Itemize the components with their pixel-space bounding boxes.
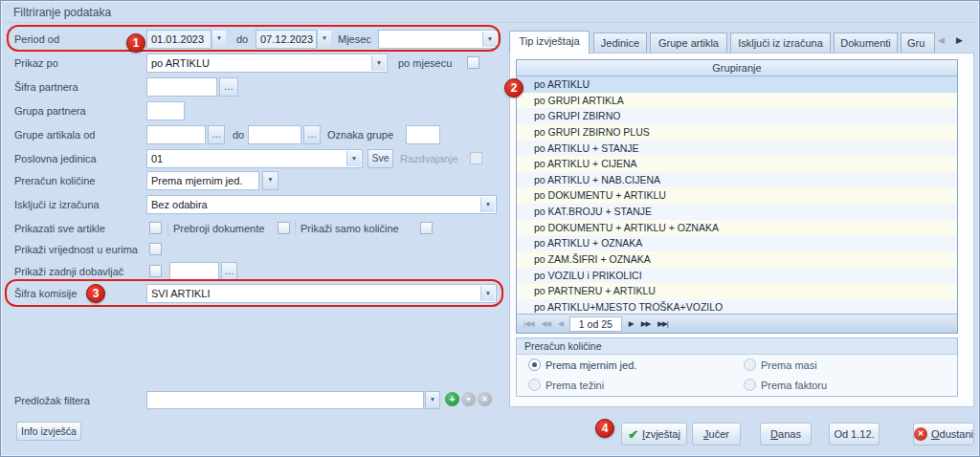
divider	[167, 220, 168, 236]
sifra-partnera-ellipsis-button[interactable]: …	[219, 77, 238, 97]
pager-fastback-icon[interactable]: ◀◀	[537, 319, 554, 328]
sifra-partnera-label: Šifra partnera	[14, 77, 78, 97]
list-item[interactable]: po VOZILU i PRIKOLICI	[517, 268, 957, 284]
predlozak-dropdown-icon[interactable]: ▼	[425, 391, 440, 409]
period-to-dropdown-icon[interactable]: ▼	[317, 31, 331, 48]
radio-prema-mjernim-jed-label: Prema mjernim jed.	[546, 356, 636, 375]
radio-prema-faktoru-label: Prema faktoru	[761, 376, 827, 395]
predlozak-input[interactable]	[146, 391, 424, 409]
razdvajanje-checkbox[interactable]	[470, 152, 482, 164]
annotation-2: 2	[504, 78, 523, 98]
list-item[interactable]: po DOKUMENTU + ARTIKLU + OZNAKA	[517, 220, 957, 236]
radio-prema-tezini[interactable]	[528, 379, 541, 391]
period-from-dropdown-icon[interactable]: ▼	[212, 31, 226, 48]
prikazati-sve-artikle-checkbox[interactable]	[149, 222, 162, 234]
tab-jedinice[interactable]: Jedinice	[593, 33, 647, 53]
prebroji-dokumente-label: Prebroji dokumente	[173, 219, 264, 238]
tab-scroll-right-icon[interactable]: ▶	[956, 35, 963, 45]
prikazi-vrijednost-checkbox[interactable]	[149, 243, 162, 255]
add-template-button[interactable]: +	[445, 392, 459, 406]
pager-next-icon[interactable]: ▶	[625, 319, 637, 328]
tab-iskljuci-iz-izracuna[interactable]: Isključi iz izračuna	[730, 33, 831, 53]
pager-back-icon[interactable]: ◀	[554, 319, 567, 328]
delete-template-button[interactable]: ✕	[478, 392, 492, 406]
grupe-od-input[interactable]	[146, 125, 206, 144]
tab-tip-izvjestaja[interactable]: Tip izvještaja	[509, 31, 590, 54]
danas-button[interactable]: Danas	[760, 423, 812, 446]
prikazi-samo-kolicine-label: Prikaži samo količine	[301, 219, 399, 238]
oznaka-grupe-input[interactable]	[406, 125, 440, 144]
grupe-do-ellipsis-button[interactable]: …	[303, 125, 321, 144]
list-item[interactable]: po GRUPI ZBIRNO	[517, 108, 957, 124]
list-item[interactable]: po KAT.BROJU + STANJE	[517, 204, 957, 220]
preracun-input[interactable]: Prema mjernim jed.	[146, 171, 259, 190]
dialog-title: Filtriranje podataka	[13, 4, 111, 21]
zadnji-dobavljac-checkbox[interactable]	[149, 265, 162, 277]
list-item[interactable]: po ARTIKLU+MJESTO TROŠKA+VOZILO	[517, 299, 957, 314]
grupe-do-input[interactable]	[248, 125, 301, 144]
radio-prema-mjernim-jed[interactable]	[528, 359, 541, 371]
grouping-list: po ARTIKLUpo GRUPI ARTIKLApo GRUPI ZBIRN…	[517, 76, 957, 314]
prikaz-po-dropdown-icon[interactable]: ▼	[371, 55, 386, 71]
iskljuci-dropdown-icon[interactable]: ▼	[480, 197, 495, 212]
list-item[interactable]: po DOKUMENTU + ARTIKLU	[517, 187, 957, 204]
sifra-komisije-dropdown-icon[interactable]: ▼	[480, 286, 495, 301]
pager-last-icon[interactable]: ▶▶|	[654, 319, 671, 328]
tab-scroll-left-icon[interactable]: ◀	[938, 35, 945, 45]
list-item[interactable]: po ARTIKLU + NAB.CIJENA	[517, 172, 957, 188]
list-item[interactable]: po ARTIKLU + CIJENA	[517, 156, 957, 172]
prikazi-vrijednost-label: Prikaži vrijednost u eurima	[14, 240, 138, 259]
month-dropdown-icon[interactable]: ▼	[482, 32, 497, 47]
predlozak-label: Predložak filtera	[14, 391, 90, 410]
list-item[interactable]: po ARTIKLU + OZNAKA	[517, 235, 957, 251]
poslovna-jedinica-dropdown-icon[interactable]: ▼	[346, 151, 361, 166]
grid-header-grupiranje[interactable]: Grupiranje	[517, 60, 957, 76]
list-item[interactable]: po GRUPI ZBIRNO PLUS	[517, 124, 957, 141]
razdvajanje-label: Razdvajanje	[400, 149, 458, 168]
list-item[interactable]: po ARTIKLU	[517, 76, 957, 93]
preracun-dropdown-icon[interactable]: ▼	[262, 171, 278, 190]
grupe-od-ellipsis-button[interactable]: …	[208, 125, 225, 144]
iskljuci-combo[interactable]: Bez odabira ▼	[146, 195, 497, 214]
zadnji-dobavljac-input[interactable]	[169, 262, 219, 281]
prikazati-sve-artikle-label: Prikazati sve artikle	[14, 219, 105, 238]
check-icon: ✔	[628, 428, 638, 441]
sve-button[interactable]: Sve	[368, 149, 393, 168]
tab-grupe-artikla[interactable]: Grupe artikla	[650, 33, 727, 53]
prikazi-samo-kolicine-checkbox[interactable]	[420, 222, 433, 234]
annotation-3: 3	[86, 284, 105, 303]
save-template-button[interactable]: ▼	[461, 392, 476, 406]
prebroji-dokumente-checkbox[interactable]	[278, 222, 290, 234]
period-from-input[interactable]: 01.01.2023	[146, 30, 212, 49]
period-to-input[interactable]: 07.12.2023	[256, 30, 317, 49]
month-combo[interactable]: ▼	[378, 30, 499, 49]
radio-prema-faktoru[interactable]	[744, 379, 756, 391]
list-item[interactable]: po ZAM.ŠIFRI + OZNAKA	[517, 251, 957, 268]
grupe-do-label: do	[233, 125, 244, 144]
jucer-button[interactable]: Jučer	[692, 423, 741, 446]
tab-grupe-truncated[interactable]: Gru	[901, 33, 935, 53]
month-label: Mjesec	[338, 30, 371, 49]
list-item[interactable]: po ARTIKLU + STANJE	[517, 141, 957, 157]
radio-prema-masi[interactable]	[744, 359, 756, 371]
sifra-partnera-input[interactable]	[146, 77, 217, 97]
izvjestaj-button[interactable]: ✔ Izvještaj	[621, 423, 687, 446]
info-izvjesca-button[interactable]: Info izvješća	[16, 422, 81, 441]
poslovna-jedinica-combo[interactable]: 01 ▼	[146, 149, 363, 168]
sifra-komisije-combo[interactable]: SVI ARTIKLI ▼	[146, 284, 497, 303]
odustani-button[interactable]: ✕ Odustani	[913, 423, 974, 446]
pager-fastfwd-icon[interactable]: ▶▶	[637, 319, 655, 328]
od-112-button[interactable]: Od 1.12.	[829, 423, 880, 446]
tab-dokumenti[interactable]: Dokumenti	[834, 33, 898, 53]
list-item[interactable]: po PARTNERU + ARTIKLU	[517, 283, 957, 299]
oznaka-grupe-label: Oznaka grupe	[327, 125, 393, 144]
zadnji-dobavljac-ellipsis-button[interactable]: …	[221, 262, 237, 281]
radio-prema-masi-label: Prema masi	[761, 356, 817, 375]
po-mjesecu-checkbox[interactable]	[467, 56, 479, 69]
recalc-group-title: Preračun količine	[517, 338, 957, 355]
list-item[interactable]: po GRUPI ARTIKLA	[517, 93, 957, 109]
grupe-artikala-label: Grupe artikala od	[14, 125, 95, 144]
grupa-partnera-input[interactable]	[146, 101, 185, 120]
prikaz-po-combo[interactable]: po ARTIKLU ▼	[146, 54, 388, 73]
pager-first-icon[interactable]: |◀◀	[520, 319, 537, 328]
